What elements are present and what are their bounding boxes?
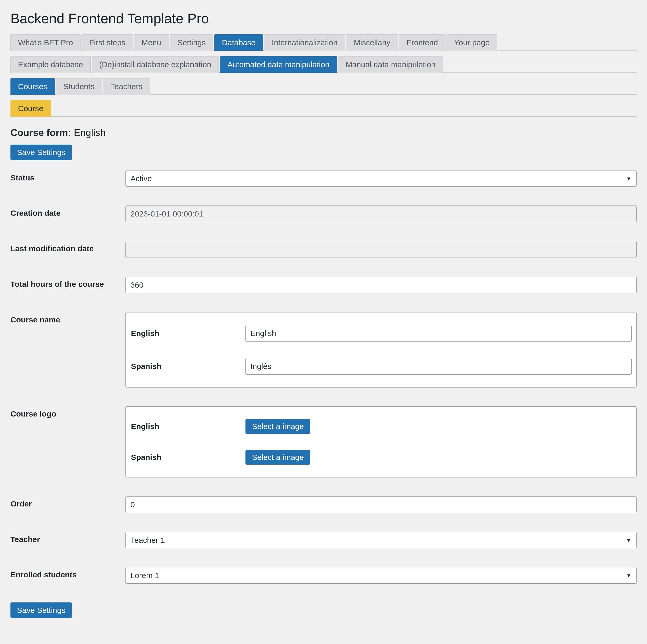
sub-tab-2-row: Courses Students Teachers — [10, 78, 637, 95]
last-mod-input — [126, 241, 637, 258]
sub-tab-row: Example database (De)install database ex… — [10, 56, 637, 73]
tab-teachers[interactable]: Teachers — [103, 78, 150, 95]
tab-whats-bft-pro[interactable]: What's BFT Pro — [10, 34, 80, 51]
select-image-english-button[interactable]: Select a image — [245, 419, 310, 434]
course-logo-spanish-label: Spanish — [131, 453, 245, 462]
tab-frontend[interactable]: Frontend — [399, 34, 445, 51]
save-button-bottom[interactable]: Save Settings — [10, 602, 72, 618]
last-mod-row: Last modification date — [10, 241, 637, 258]
creation-date-label: Creation date — [10, 206, 126, 218]
section-heading: Course form: English — [10, 127, 637, 138]
tab-database[interactable]: Database — [214, 34, 263, 51]
order-row: Order — [10, 496, 637, 513]
save-button-top[interactable]: Save Settings — [10, 145, 72, 160]
tab-settings[interactable]: Settings — [170, 34, 213, 51]
total-hours-label: Total hours of the course — [10, 277, 126, 289]
tab-internationalization[interactable]: Internationalization — [264, 34, 345, 51]
tab-first-steps[interactable]: First steps — [82, 34, 133, 51]
last-mod-label: Last modification date — [10, 241, 126, 253]
page-title: Backend Frontend Template Pro — [10, 10, 637, 26]
status-select[interactable]: Active — [126, 170, 637, 187]
order-label: Order — [10, 496, 126, 508]
order-input[interactable] — [126, 496, 637, 513]
section-heading-value: English — [74, 127, 105, 138]
creation-date-input — [126, 206, 637, 222]
status-row: Status Active ▾ — [10, 170, 637, 187]
top-tab-row: What's BFT Pro First steps Menu Settings… — [10, 34, 637, 51]
tab-courses[interactable]: Courses — [10, 78, 55, 95]
course-name-spanish-label: Spanish — [131, 362, 245, 371]
enrolled-label: Enrolled students — [10, 567, 126, 579]
course-name-row: Course name English Spanish — [10, 312, 637, 387]
course-name-english-input[interactable] — [245, 325, 632, 342]
course-logo-row: Course logo English Select a image Spani… — [10, 406, 637, 478]
tab-menu[interactable]: Menu — [134, 34, 169, 51]
section-heading-label: Course form: — [10, 127, 71, 138]
tab-manual-data-manipulation[interactable]: Manual data manipulation — [338, 56, 443, 73]
sub-tab-3-row: Course — [10, 100, 637, 117]
teacher-select[interactable]: Teacher 1 — [126, 532, 637, 548]
course-name-box: English Spanish — [126, 312, 637, 387]
tab-your-page[interactable]: Your page — [446, 34, 497, 51]
course-name-english-label: English — [131, 329, 245, 338]
course-logo-english-label: English — [131, 422, 245, 431]
teacher-row: Teacher Teacher 1 ▾ — [10, 532, 637, 548]
status-label: Status — [10, 170, 126, 182]
course-name-spanish-input[interactable] — [245, 358, 632, 375]
teacher-label: Teacher — [10, 532, 126, 544]
tab-automated-data-manipulation[interactable]: Automated data manipulation — [220, 56, 337, 73]
course-logo-box: English Select a image Spanish Select a … — [126, 406, 637, 478]
tab-example-database[interactable]: Example database — [10, 56, 91, 73]
enrolled-select[interactable]: Lorem 1 — [126, 567, 637, 584]
enrolled-row: Enrolled students Lorem 1 ▾ — [10, 567, 637, 584]
creation-date-row: Creation date — [10, 206, 637, 222]
total-hours-row: Total hours of the course — [10, 277, 637, 293]
tab-miscellany[interactable]: Miscellany — [346, 34, 398, 51]
tab-deinstall-database-explanation[interactable]: (De)install database explanation — [92, 56, 219, 73]
total-hours-input[interactable] — [126, 277, 637, 293]
course-name-label: Course name — [10, 312, 126, 324]
tab-students[interactable]: Students — [56, 78, 102, 95]
tab-course[interactable]: Course — [10, 100, 51, 117]
select-image-spanish-button[interactable]: Select a image — [245, 450, 310, 464]
course-logo-label: Course logo — [10, 406, 126, 418]
